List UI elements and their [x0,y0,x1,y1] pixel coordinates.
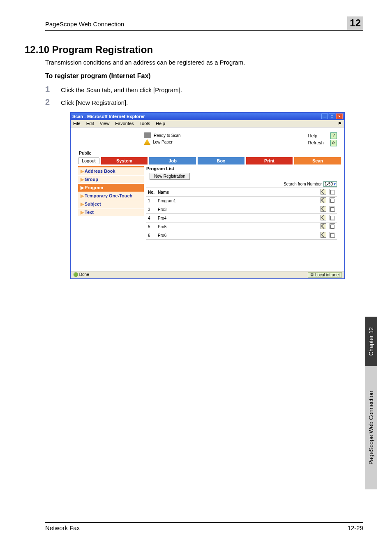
sidebar-item-addressbook[interactable]: ▶Address Book [78,167,144,176]
delete-icon[interactable] [330,215,335,220]
window-minimize[interactable]: _ [321,114,328,119]
table-row: 6 Pro6 [146,231,337,240]
step-number: 1 [45,85,53,94]
col-header-name: Name [156,188,319,197]
delete-icon[interactable] [330,189,335,195]
help-link[interactable]: Help [308,132,324,139]
tab-system[interactable]: System [101,157,148,164]
search-select[interactable]: 1-50 ▾ [323,181,337,187]
edit-icon[interactable] [321,215,326,220]
panel-title: Program List [146,166,337,171]
edit-icon[interactable] [321,189,326,195]
side-tab-title: PageScope Web Connection [365,366,377,489]
tab-scan[interactable]: Scan [294,157,341,164]
footer-right: 12-29 [348,524,363,531]
side-tab-chapter: Chapter 12 [365,317,377,366]
step-number: 2 [45,97,53,107]
sidebar-item-group[interactable]: ▶Group [78,176,144,184]
tab-print[interactable]: Print [246,157,293,164]
edit-icon[interactable] [321,197,326,203]
footer-left: Network Fax [45,524,80,531]
table-row: 1 Program1 [146,197,337,205]
public-label: Public [79,151,341,155]
refresh-icon[interactable]: ⟳ [330,140,337,146]
browser-window: Scan - Microsoft Internet Explorer _ □ ×… [70,112,345,279]
edit-icon[interactable] [321,206,326,212]
new-registration-button[interactable]: New Registration [150,173,190,180]
program-table: No. Name 1 Program1 3 [146,188,337,240]
status-lowpaper: Low Paper [153,140,173,144]
ie-flag-icon: ⚑ [338,121,342,126]
sidebar-item-text[interactable]: ▶Text [78,208,144,217]
page-header-number: 12 [347,16,363,30]
tab-job[interactable]: Job [149,157,196,164]
section-title: 12.10 Program Registration [25,44,363,56]
refresh-link[interactable]: Refresh [308,139,324,146]
edit-icon[interactable] [321,232,326,238]
step-text: Click [New Registration]. [61,97,128,107]
sidebar-item-subject[interactable]: ▶Subject [78,200,144,208]
col-header-no: No. [146,188,156,197]
status-ready: Ready to Scan [154,133,181,138]
edit-icon[interactable] [321,223,326,229]
table-row: 4 Pro4 [146,214,337,222]
security-zone: 🖥 Local intranet [308,272,342,278]
search-label: Search from Number [284,182,322,186]
logout-button[interactable]: Logout [78,158,99,164]
step-text: Click the Scan tab, and then click [Prog… [61,85,182,94]
menu-edit[interactable]: Edit [86,121,94,126]
window-title: Scan - Microsoft Internet Explorer [72,114,145,119]
menu-tools[interactable]: Tools [140,121,150,126]
table-row: 3 Pro3 [146,205,337,214]
window-maximize[interactable]: □ [329,114,335,119]
delete-icon[interactable] [330,223,335,229]
table-row: 5 Pro5 [146,222,337,231]
menu-favorites[interactable]: Favorites [115,121,134,126]
sidebar-item-program[interactable]: ▶Program [78,184,144,192]
window-close[interactable]: × [336,114,343,119]
printer-icon [144,132,151,138]
menu-help[interactable]: Help [156,121,165,126]
intro-text: Transmission conditions and an address c… [45,59,363,66]
delete-icon[interactable] [330,232,335,238]
delete-icon[interactable] [330,206,335,212]
menu-file[interactable]: File [73,121,81,126]
sub-heading: To register program (Internet Fax) [45,72,363,80]
menu-bar: File Edit View Favorites Tools Help ⚑ [71,120,344,127]
chevron-down-icon: ▾ [334,182,336,186]
delete-icon[interactable] [330,197,335,203]
help-icon[interactable]: ? [330,132,337,139]
menu-view[interactable]: View [100,121,110,126]
page-header-left: PageScope Web Connection [45,21,124,28]
sidebar-item-temporary[interactable]: ▶Temporary One-Touch [78,192,144,200]
tab-box[interactable]: Box [198,157,244,164]
status-done: 🟢 Done [73,272,89,278]
sidebar: ▶Address Book ▶Group ▶Program ▶Temporary… [78,166,144,261]
warning-icon [144,139,150,145]
